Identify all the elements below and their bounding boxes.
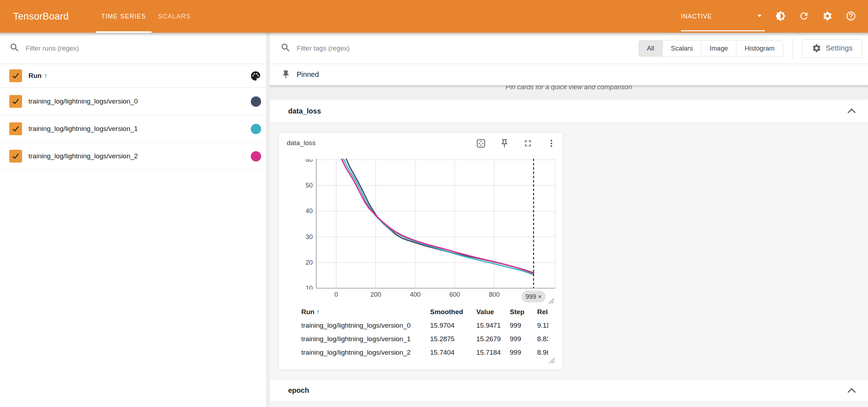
- help-icon: [846, 11, 856, 22]
- filter-scalars[interactable]: Scalars: [662, 41, 701, 56]
- svg-text:400: 400: [410, 291, 420, 298]
- main-tabs: TIME SERIES SCALARS: [95, 0, 197, 33]
- run-label: training_log/lightning_logs/version_0: [28, 97, 138, 105]
- cell-step: 999: [501, 349, 528, 356]
- settings-button[interactable]: Settings: [802, 39, 862, 58]
- col-header-smoothed[interactable]: Smoothed: [421, 308, 467, 316]
- table-row: training_log/lightning_logs/version_115.…: [287, 332, 563, 346]
- settings-gear-button[interactable]: [820, 9, 835, 24]
- section-header-epoch: epoch: [270, 379, 868, 402]
- tab-scalars[interactable]: SCALARS: [152, 0, 197, 33]
- topbar-actions: INACTIVE: [681, 0, 868, 33]
- run-list-header: Run ↑: [0, 64, 266, 88]
- run-list-item[interactable]: training_log/lightning_logs/version_0: [0, 88, 266, 115]
- scalar-card-data-loss: data_loss: [279, 132, 563, 370]
- svg-text:0: 0: [334, 291, 338, 298]
- run-status-dropdown[interactable]: INACTIVE: [681, 0, 765, 33]
- svg-text:50: 50: [306, 182, 313, 189]
- tag-filter-input[interactable]: [297, 44, 639, 52]
- pinned-hint-text: Pin cards for a quick view and compariso…: [506, 85, 632, 100]
- run-list-item[interactable]: training_log/lightning_logs/version_2: [0, 143, 266, 170]
- svg-text:600: 600: [449, 291, 460, 298]
- gear-icon: [812, 43, 821, 53]
- cell-relative: 8.8355: [528, 335, 548, 343]
- section-title: data_loss: [288, 107, 321, 115]
- section-title: epoch: [288, 386, 309, 395]
- search-icon: [280, 42, 291, 54]
- run-label: training_log/lightning_logs/version_1: [28, 125, 138, 133]
- col-header-run[interactable]: Run ↑: [300, 308, 421, 316]
- run-label: training_log/lightning_logs/version_2: [28, 152, 138, 160]
- tab-time-series-label: TIME SERIES: [101, 13, 146, 20]
- help-button[interactable]: [843, 9, 859, 24]
- topbar: TensorBoard TIME SERIES SCALARS INACTIVE: [0, 0, 868, 33]
- cell-value: 15.7184: [467, 349, 501, 356]
- pinned-empty-state: Pin cards for a quick view and compariso…: [270, 85, 868, 100]
- tag-type-filter-group: AllScalarsImageHistogram: [639, 40, 783, 57]
- settings-button-label: Settings: [826, 44, 853, 52]
- gear-icon: [822, 11, 833, 22]
- select-all-runs-checkbox[interactable]: [9, 69, 22, 82]
- table-resize-handle[interactable]: [547, 357, 556, 364]
- run-filter-input[interactable]: [26, 44, 259, 52]
- run-checkbox[interactable]: [9, 95, 22, 108]
- app-logo: TensorBoard: [13, 11, 69, 22]
- palette-icon[interactable]: [250, 70, 261, 81]
- table-row: training_log/lightning_logs/version_215.…: [287, 346, 563, 359]
- svg-text:999 ×: 999 ×: [525, 293, 542, 300]
- svg-text:40: 40: [306, 207, 313, 215]
- run-column-header[interactable]: Run: [28, 72, 42, 80]
- col-header-relative[interactable]: Relative: [528, 308, 548, 316]
- filter-all[interactable]: All: [639, 41, 663, 56]
- col-header-step[interactable]: Step: [501, 308, 528, 316]
- cell-run: training_log/lightning_logs/version_0: [300, 322, 421, 329]
- pin-icon: [281, 70, 291, 79]
- runs-sidebar: Run ↑ training_log/lightning_logs/versio…: [0, 33, 266, 407]
- col-header-value[interactable]: Value: [467, 308, 501, 316]
- content-below: [270, 402, 868, 407]
- svg-text:800: 800: [489, 291, 499, 298]
- tag-filter: [280, 42, 639, 54]
- filter-image[interactable]: Image: [701, 41, 736, 56]
- sort-ascending-icon: ↑: [44, 72, 47, 80]
- run-list-item[interactable]: training_log/lightning_logs/version_1: [0, 115, 266, 143]
- svg-text:60: 60: [306, 156, 313, 163]
- brightness-icon: [775, 11, 786, 22]
- run-color-dot: [251, 124, 261, 134]
- cell-step: 999: [501, 335, 528, 343]
- run-color-dot: [251, 96, 261, 107]
- cell-relative: 8.9677: [528, 349, 548, 356]
- run-list: training_log/lightning_logs/version_0tra…: [0, 88, 266, 170]
- search-icon: [9, 42, 20, 54]
- table-header-row: Run ↑ Smoothed Value Step Relative: [287, 305, 563, 319]
- collapse-section-button[interactable]: [847, 108, 856, 114]
- cell-run: training_log/lightning_logs/version_2: [300, 349, 421, 356]
- toolbar-divider: [793, 38, 793, 59]
- cell-value: 15.9471: [467, 322, 501, 329]
- refresh-button[interactable]: [796, 9, 812, 24]
- tab-scalars-label: SCALARS: [158, 13, 191, 20]
- main-panel: AllScalarsImageHistogram Settings Pinned…: [270, 33, 868, 407]
- table-row: training_log/lightning_logs/version_015.…: [287, 319, 563, 332]
- run-checkbox[interactable]: [9, 150, 22, 163]
- chart-resize-handle[interactable]: [547, 297, 555, 304]
- cards-area: data_loss: [270, 123, 868, 379]
- card-data-table: Run ↑ Smoothed Value Step Relative train…: [287, 305, 563, 359]
- chevron-down-icon: [754, 10, 765, 22]
- cell-relative: 9.1188: [528, 322, 548, 329]
- cell-step: 999: [501, 322, 528, 329]
- sidebar-resizer[interactable]: [266, 33, 270, 407]
- collapse-section-button[interactable]: [847, 388, 856, 393]
- tag-toolbar: AllScalarsImageHistogram Settings: [270, 33, 868, 64]
- svg-text:10: 10: [306, 285, 313, 292]
- run-checkbox[interactable]: [9, 122, 22, 135]
- filter-histogram[interactable]: Histogram: [736, 41, 783, 56]
- svg-text:30: 30: [306, 233, 313, 240]
- cell-run: training_log/lightning_logs/version_1: [300, 335, 421, 343]
- tab-time-series[interactable]: TIME SERIES: [95, 0, 152, 33]
- pinned-label: Pinned: [297, 70, 319, 79]
- refresh-icon: [799, 11, 809, 22]
- cell-value: 15.2679: [467, 335, 501, 343]
- svg-text:200: 200: [370, 291, 381, 298]
- brightness-toggle-button[interactable]: [773, 9, 788, 24]
